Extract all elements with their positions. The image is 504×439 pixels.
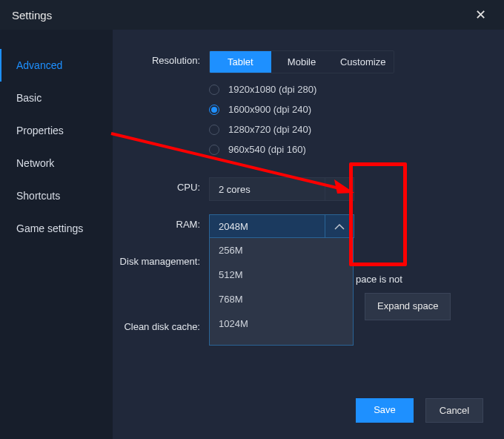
radio-icon (209, 125, 219, 135)
sidebar-item-properties[interactable]: Properties (0, 114, 113, 147)
disk-label: Disk management: (113, 251, 209, 267)
segment-tablet[interactable]: Tablet (210, 51, 271, 73)
cancel-button[interactable]: Cancel (425, 398, 483, 423)
radio-icon (209, 85, 219, 95)
ram-option-512m[interactable]: 512M (210, 263, 353, 287)
sidebar-item-network[interactable]: Network (0, 147, 113, 179)
ram-option-768m[interactable]: 768M (210, 287, 353, 311)
sidebar-item-basic[interactable]: Basic (0, 82, 113, 114)
resolution-option-label: 1280x720 (dpi 240) (228, 124, 311, 135)
row-cpu: CPU: 2 cores (113, 177, 504, 201)
resolution-option-960x540[interactable]: 960x540 (dpi 160) (209, 144, 474, 155)
resolution-option-label: 1920x1080 (dpi 280) (228, 84, 316, 95)
body: Advanced Basic Properties Network Shortc… (0, 30, 504, 439)
disk-note-partial: pace is not (356, 272, 402, 288)
chevron-down-icon (334, 186, 345, 193)
ram-option-256m[interactable]: 256M (210, 238, 353, 263)
row-ram: RAM: 2048M 256M 512M 768M 1024M 1536M (113, 214, 504, 238)
main-panel: Resolution: Tablet Mobile Customize 1920… (113, 30, 504, 439)
row-resolution: Resolution: Tablet Mobile Customize 1920… (113, 50, 504, 164)
resolution-option-label: 960x540 (dpi 160) (228, 144, 306, 155)
radio-icon (209, 145, 219, 155)
radio-icon (209, 105, 219, 115)
ram-option-1024m[interactable]: 1024M (210, 311, 353, 336)
footer-buttons: Save Cancel (356, 398, 483, 423)
resolution-options: 1920x1080 (dpi 280) 1600x900 (dpi 240) 1… (209, 84, 474, 155)
resolution-option-label: 1600x900 (dpi 240) (228, 104, 311, 115)
sidebar-item-game-settings[interactable]: Game settings (0, 212, 113, 245)
ram-option-1536m[interactable]: 1536M (210, 336, 353, 345)
ram-select-toggle[interactable] (325, 214, 354, 238)
cpu-select-toggle[interactable] (325, 177, 354, 201)
sidebar-item-advanced[interactable]: Advanced (0, 49, 113, 82)
sidebar-item-shortcuts[interactable]: Shortcuts (0, 179, 113, 212)
cpu-select[interactable]: 2 cores (209, 177, 354, 201)
title-bar: Settings ✕ (0, 0, 504, 30)
resolution-label: Resolution: (113, 50, 209, 66)
expand-space-button[interactable]: Expand space (365, 293, 451, 320)
resolution-option-1280x720[interactable]: 1280x720 (dpi 240) (209, 124, 474, 135)
ram-dropdown-list[interactable]: 256M 512M 768M 1024M 1536M 2048M (210, 238, 353, 345)
resolution-option-1600x900[interactable]: 1600x900 (dpi 240) (209, 104, 474, 115)
chevron-up-icon (334, 223, 345, 230)
ram-select[interactable]: 2048M 256M 512M 768M 1024M 1536M 2048M (209, 214, 354, 238)
close-icon[interactable]: ✕ (469, 4, 492, 26)
segment-mobile[interactable]: Mobile (271, 51, 333, 73)
segment-customize[interactable]: Customize (332, 51, 394, 73)
cpu-label: CPU: (113, 177, 209, 193)
clean-label: Clean disk cache: (113, 317, 209, 332)
ram-label: RAM: (113, 214, 209, 230)
resolution-option-1920x1080[interactable]: 1920x1080 (dpi 280) (209, 84, 474, 95)
sidebar: Advanced Basic Properties Network Shortc… (0, 30, 113, 439)
window-title: Settings (12, 9, 52, 22)
ram-dropdown: 256M 512M 768M 1024M 1536M 2048M (209, 237, 354, 346)
resolution-segments: Tablet Mobile Customize (209, 50, 394, 73)
save-button[interactable]: Save (356, 398, 414, 423)
